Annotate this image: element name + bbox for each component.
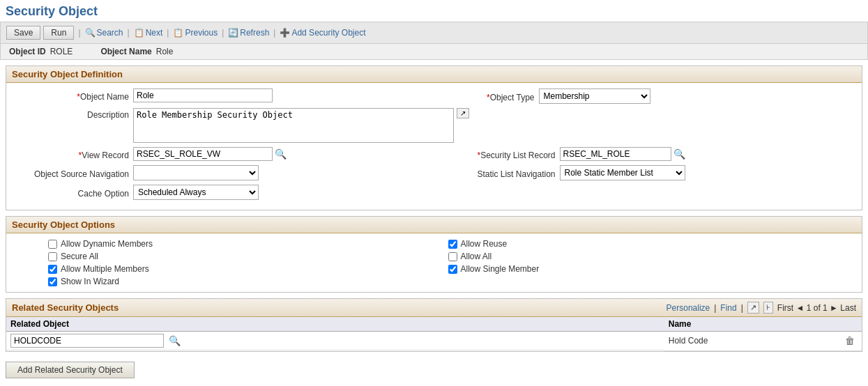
add-related-security-object-button[interactable]: Add Related Security Object [6, 362, 135, 378]
previous-icon: 📋 [173, 28, 183, 38]
related-header-controls: Personalize | Find | ↗ ⊦ First ◄ 1 of 1 … [667, 302, 856, 314]
related-section: Related Security Objects Personalize | F… [6, 298, 862, 352]
find-link[interactable]: Find [720, 303, 736, 313]
security-list-record-search-icon[interactable]: 🔍 [673, 148, 685, 160]
add-icon: ➕ [280, 28, 290, 38]
object-source-nav-select[interactable] [133, 165, 259, 180]
description-popup-button[interactable]: ↗ [457, 108, 469, 118]
static-list-nav-label: Static List Navigation [448, 167, 560, 179]
form-row-view-record: *View Record 🔍 *Security List Record 🔍 [15, 147, 853, 161]
toolbar-sep-2: | [128, 28, 130, 38]
object-info-bar: Object ID ROLE Object Name Role [0, 44, 868, 60]
object-id-item: Object ID ROLE [9, 47, 73, 56]
object-id-label: Object ID [9, 47, 46, 56]
grid-icon[interactable]: ⊦ [763, 302, 773, 314]
related-object-cell: 🔍 [6, 332, 664, 350]
options-section: Security Object Options Allow Dynamic Me… [6, 216, 862, 293]
allow-reuse-checkbox[interactable] [448, 240, 457, 249]
toolbar: Save Run | 🔍 Search | 📋 Next | 📋 Previou… [0, 22, 868, 44]
cache-option-label: Cache Option [15, 187, 133, 199]
object-type-select[interactable]: Membership Permission Role [539, 88, 650, 104]
delete-row-icon[interactable]: 🗑 [845, 335, 855, 346]
security-list-record-input[interactable] [560, 147, 671, 161]
toolbar-sep-4: | [222, 28, 224, 38]
search-link[interactable]: 🔍 Search [85, 28, 123, 38]
allow-multiple-members-checkbox[interactable] [48, 265, 57, 274]
next-icon: 📋 [134, 28, 144, 38]
options-body: Allow Dynamic Members Allow Reuse Secure… [6, 233, 862, 292]
form-row-navigation: Object Source Navigation Static List Nav… [15, 165, 853, 180]
object-type-label-field: *Object Type [448, 91, 539, 102]
allow-dynamic-members-checkbox[interactable] [48, 240, 57, 249]
object-name-value: Role [156, 47, 174, 56]
page-title: Security Object [0, 0, 868, 22]
security-list-record-label: *Security List Record [448, 148, 560, 160]
definition-section: Security Object Definition *Object Name … [6, 65, 862, 210]
delete-cell: 🗑 [841, 332, 862, 351]
form-row-description: Description Role Membership Security Obj… [15, 108, 853, 143]
allow-single-member-checkbox[interactable] [448, 265, 457, 274]
related-object-input[interactable] [10, 334, 164, 348]
checkbox-allow-dynamic-members: Allow Dynamic Members [48, 239, 420, 249]
secure-all-checkbox[interactable] [48, 252, 57, 261]
description-label-field: Description [15, 108, 133, 120]
cache-option-select[interactable]: Scheduled Always Always Never [133, 185, 259, 200]
toolbar-sep-3: | [167, 28, 169, 38]
object-source-nav-label: Object Source Navigation [15, 167, 133, 179]
checkbox-show-in-wizard: Show In Wizard [48, 277, 420, 286]
options-grid: Allow Dynamic Members Allow Reuse Secure… [48, 239, 820, 286]
form-row-cache-option: Cache Option Scheduled Always Always Nev… [15, 185, 853, 200]
allow-all-checkbox[interactable] [448, 252, 457, 261]
definition-form-body: *Object Name *Object Type Membership Per… [6, 83, 862, 210]
description-textarea[interactable]: Role Membership Security Object [133, 108, 454, 143]
refresh-link[interactable]: 🔄 Refresh [228, 28, 269, 38]
form-col-security-list-record: *Security List Record 🔍 [448, 147, 854, 161]
static-list-nav-select[interactable]: Role Static Member List [560, 165, 685, 180]
show-in-wizard-checkbox[interactable] [48, 277, 57, 286]
object-name-label: Object Name [100, 47, 151, 56]
related-objects-table: Related Object Name 🔍 Hold Code 🗑 [6, 317, 862, 351]
nav-info: First ◄ 1 of 1 ► Last [777, 303, 856, 313]
checkbox-allow-single-member: Allow Single Member [448, 264, 821, 274]
related-section-title: Related Security Objects [12, 302, 119, 313]
related-object-search-icon[interactable]: 🔍 [169, 335, 181, 346]
col-header-related-object: Related Object [6, 317, 664, 332]
view-record-search-icon[interactable]: 🔍 [275, 148, 287, 160]
checkbox-secure-all: Secure All [48, 252, 420, 261]
col-header-actions [841, 317, 862, 332]
view-record-label: *View Record [15, 148, 133, 160]
add-security-object-link[interactable]: ➕ Add Security Object [280, 28, 365, 38]
form-col-static-list-nav: Static List Navigation Role Static Membe… [448, 165, 854, 180]
form-row-object-name-type: *Object Name *Object Type Membership Per… [15, 88, 853, 104]
checkbox-allow-reuse: Allow Reuse [448, 239, 821, 249]
checkbox-allow-multiple-members: Allow Multiple Members [48, 264, 420, 274]
toolbar-sep-5: | [273, 28, 275, 38]
table-row: 🔍 Hold Code 🗑 [6, 332, 862, 351]
save-button[interactable]: Save [6, 26, 40, 40]
refresh-icon: 🔄 [228, 28, 238, 38]
next-link[interactable]: 📋 Next [134, 28, 163, 38]
form-col-object-name: *Object Name [15, 88, 420, 102]
run-button[interactable]: Run [43, 26, 74, 40]
object-name-label-field: *Object Name [15, 90, 133, 102]
previous-link[interactable]: 📋 Previous [173, 28, 218, 38]
object-id-value: ROLE [50, 47, 73, 56]
form-col-object-source-nav: Object Source Navigation [15, 165, 420, 180]
view-record-input[interactable] [133, 147, 273, 161]
form-col-object-type: *Object Type Membership Permission Role [448, 88, 854, 104]
object-name-input[interactable] [133, 88, 273, 102]
form-col-view-record: *View Record 🔍 [15, 147, 420, 161]
definition-section-header: Security Object Definition [6, 66, 862, 83]
table-container: Related Object Name 🔍 Hold Code 🗑 [6, 317, 862, 351]
view-icon[interactable]: ↗ [747, 302, 759, 314]
col-header-name: Name [664, 317, 841, 332]
checkbox-allow-all: Allow All [448, 252, 821, 261]
search-icon: 🔍 [85, 28, 96, 38]
form-col-cache-option: Cache Option Scheduled Always Always Nev… [15, 185, 853, 200]
object-name-item: Object Name Role [100, 47, 173, 56]
toolbar-sep-1: | [78, 28, 80, 38]
personalize-link[interactable]: Personalize [667, 303, 710, 313]
name-cell: Hold Code [664, 332, 841, 351]
related-section-header: Related Security Objects Personalize | F… [6, 299, 862, 317]
options-section-header: Security Object Options [6, 217, 862, 233]
